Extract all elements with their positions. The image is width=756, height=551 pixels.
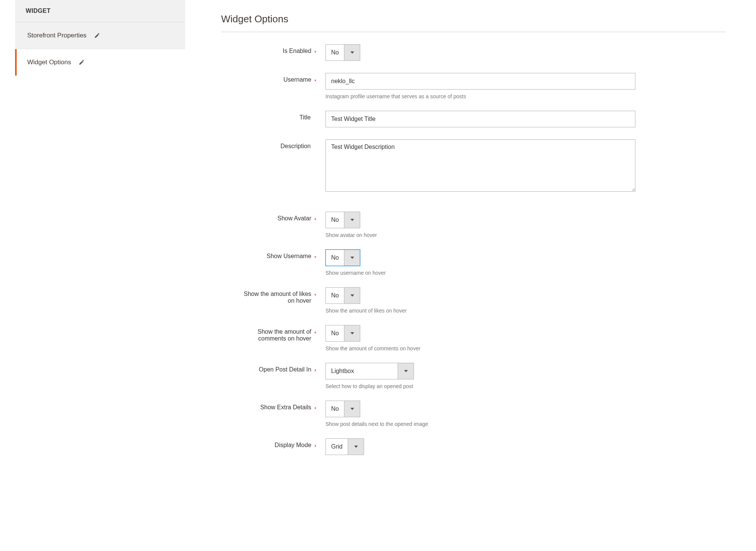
hint-open-post: Select how to display an opened post (325, 383, 726, 389)
hint-show-username: Show username on hover (325, 270, 726, 276)
required-asterisk-icon: * (314, 291, 316, 299)
chevron-down-icon (344, 212, 360, 228)
chevron-down-icon (344, 325, 360, 341)
label-description: Description (280, 143, 311, 150)
is-enabled-select[interactable]: No (325, 44, 360, 61)
sidebar-item-label: Storefront Properties (27, 32, 87, 39)
label-title: Title (299, 114, 311, 121)
username-input[interactable] (325, 73, 635, 90)
sidebar-item-widget-options[interactable]: Widget Options (15, 49, 185, 76)
required-asterisk-icon: * (314, 76, 316, 85)
chevron-down-icon (398, 363, 414, 379)
select-value: No (326, 288, 344, 303)
label-show-username: Show Username (266, 253, 311, 260)
extra-details-select[interactable]: No (325, 401, 360, 417)
display-mode-select[interactable]: Grid (325, 438, 364, 455)
select-value: Grid (326, 439, 348, 455)
chevron-down-icon (348, 439, 364, 455)
chevron-down-icon (344, 401, 360, 417)
main-panel: Widget Options Is Enabled * No Username … (185, 0, 741, 467)
page-title: Widget Options (221, 13, 726, 32)
sidebar-item-label: Widget Options (27, 59, 71, 66)
hint-show-comments: Show the amount of comments on hover (325, 345, 726, 351)
label-open-post: Open Post Detail In (259, 366, 311, 373)
select-value: No (326, 325, 344, 341)
sidebar-item-storefront-properties[interactable]: Storefront Properties (15, 22, 185, 49)
label-is-enabled: Is Enabled (283, 48, 311, 54)
select-value: No (326, 401, 344, 417)
required-asterisk-icon: * (314, 48, 316, 56)
label-username: Username (284, 76, 311, 83)
description-textarea[interactable] (325, 139, 635, 192)
label-show-likes: Show the amount of likes on hover (236, 291, 311, 304)
required-asterisk-icon: * (314, 404, 316, 413)
open-post-select[interactable]: Lightbox (325, 363, 414, 379)
required-asterisk-icon: * (314, 442, 316, 450)
show-likes-select[interactable]: No (325, 287, 360, 304)
pencil-icon (79, 59, 85, 65)
select-value: Lightbox (326, 363, 398, 379)
chevron-down-icon (344, 288, 360, 303)
sidebar-header: WIDGET (15, 0, 185, 22)
required-asterisk-icon: * (314, 253, 316, 262)
title-input[interactable] (325, 111, 635, 127)
hint-show-likes: Show the amount of likes on hover (325, 308, 726, 314)
hint-username: Instagram profile username that serves a… (325, 93, 726, 99)
hint-extra-details: Show post details next to the opened ima… (325, 421, 726, 427)
label-show-comments: Show the amount of comments on hover (236, 328, 311, 342)
label-extra-details: Show Extra Details (260, 404, 311, 411)
hint-show-avatar: Show avatar on hover (325, 232, 726, 238)
label-display-mode: Display Mode (275, 442, 311, 449)
required-asterisk-icon: * (314, 366, 316, 375)
chevron-down-icon (344, 45, 360, 60)
sidebar: WIDGET Storefront Properties Widget Opti… (15, 0, 185, 467)
select-value: No (326, 45, 344, 60)
required-asterisk-icon: * (314, 328, 316, 337)
pencil-icon (94, 33, 100, 39)
show-avatar-select[interactable]: No (325, 212, 360, 228)
show-comments-select[interactable]: No (325, 325, 360, 342)
required-asterisk-icon: * (314, 215, 316, 224)
show-username-select[interactable]: No (325, 249, 360, 266)
select-value: No (326, 212, 344, 228)
select-value: No (326, 250, 344, 266)
chevron-down-icon (344, 250, 360, 266)
label-show-avatar: Show Avatar (277, 215, 311, 222)
